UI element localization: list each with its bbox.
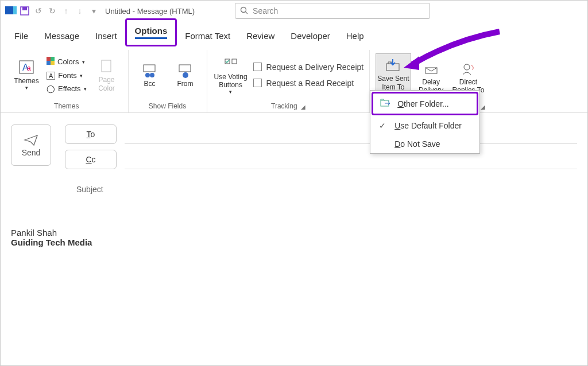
dropdown-other-folder[interactable]: OOther Folder...ther Folder... <box>372 92 478 115</box>
from-button[interactable]: From <box>170 59 201 90</box>
svg-rect-2 <box>13 10 17 14</box>
dropdown-use-default[interactable]: ✓ Use Default Folder <box>370 116 479 135</box>
svg-rect-15 <box>144 65 155 72</box>
delivery-receipt-checkbox[interactable]: Request a Delivery Receipt <box>253 60 364 74</box>
group-label-tracking: Tracking <box>271 100 297 112</box>
svg-rect-13 <box>51 61 55 65</box>
group-show-fields: Bcc From Show Fields <box>129 50 207 112</box>
save-sent-icon <box>384 56 403 75</box>
svg-line-6 <box>246 11 248 14</box>
to-button[interactable]: To <box>65 124 117 144</box>
group-label-themes: Themes <box>54 100 79 112</box>
tab-help[interactable]: Help <box>338 25 372 46</box>
save-icon[interactable] <box>18 4 32 18</box>
svg-point-16 <box>145 73 150 77</box>
from-icon <box>176 61 195 80</box>
signature-name: Pankil Shah <box>11 228 577 237</box>
tab-file[interactable]: File <box>6 25 36 46</box>
outlook-logo-icon <box>4 4 18 18</box>
signature-org: Guiding Tech Media <box>11 237 577 247</box>
page-color-button[interactable]: Page Color <box>91 55 122 95</box>
undo-icon[interactable]: ↺ <box>32 4 45 18</box>
group-themes: Aa Themes ▾ Colors▾ A Fonts▾ ◯ Effects▾ <box>5 50 129 112</box>
voting-icon <box>222 54 240 73</box>
svg-rect-21 <box>232 59 237 64</box>
themes-icon: Aa <box>17 59 36 77</box>
subject-label: Subject <box>76 185 103 194</box>
to-input[interactable] <box>125 124 577 144</box>
tab-insert[interactable]: Insert <box>87 25 125 46</box>
search-input[interactable]: Search <box>235 3 430 19</box>
redo-icon[interactable]: ↻ <box>45 4 59 18</box>
tab-options[interactable]: Options <box>125 18 177 46</box>
tab-message[interactable]: Message <box>36 25 87 46</box>
subject-input[interactable] <box>111 180 577 199</box>
group-more-options: Save Sent Item To ▾ Delay Delivery Direc… <box>370 50 491 112</box>
search-icon <box>240 6 248 16</box>
svg-point-5 <box>241 7 246 12</box>
delay-icon <box>422 60 440 78</box>
svg-point-24 <box>464 64 470 70</box>
folder-arrow-icon <box>380 98 390 109</box>
fonts-icon: A <box>47 72 55 80</box>
direct-replies-icon <box>459 60 477 78</box>
svg-rect-14 <box>102 60 111 72</box>
svg-point-17 <box>150 73 154 77</box>
svg-rect-10 <box>47 57 51 61</box>
fonts-button[interactable]: A Fonts▾ <box>47 70 87 81</box>
effects-button[interactable]: ◯ Effects▾ <box>47 83 87 94</box>
message-body[interactable]: Pankil Shah Guiding Tech Media <box>11 228 577 247</box>
svg-rect-12 <box>47 61 51 65</box>
svg-rect-0 <box>5 6 13 14</box>
qat-customize-icon[interactable]: ▾ <box>87 4 100 18</box>
svg-rect-18 <box>179 65 191 72</box>
bcc-button[interactable]: Bcc <box>134 59 165 90</box>
tab-developer[interactable]: Developer <box>283 25 338 46</box>
svg-text:a: a <box>27 64 31 72</box>
cc-button[interactable]: Cc <box>65 150 117 169</box>
down-arrow-icon[interactable]: ↓ <box>73 4 87 18</box>
tab-review[interactable]: Review <box>238 25 283 46</box>
save-sent-item-dropdown: OOther Folder...ther Folder... ✓ Use Def… <box>370 90 480 154</box>
bcc-icon <box>141 61 159 80</box>
checkbox-icon <box>253 63 262 71</box>
cc-input[interactable] <box>125 150 577 169</box>
svg-point-19 <box>183 72 188 78</box>
window-title: Untitled - Message (HTML) <box>105 7 195 15</box>
use-voting-button[interactable]: Use Voting Buttons ▾ <box>213 52 249 98</box>
checkbox-icon <box>253 79 262 87</box>
send-button[interactable]: Send <box>11 124 51 166</box>
tab-format-text[interactable]: Format Text <box>177 25 238 46</box>
colors-icon <box>47 57 55 67</box>
dropdown-do-not-save[interactable]: Do Not Save <box>370 135 479 153</box>
page-color-icon <box>98 57 116 76</box>
search-placeholder: Search <box>253 6 278 15</box>
read-receipt-checkbox[interactable]: Request a Read Receipt <box>253 76 364 90</box>
svg-rect-4 <box>22 7 27 10</box>
tracking-launcher-icon[interactable]: ◢ <box>301 104 305 110</box>
svg-rect-11 <box>51 57 55 61</box>
themes-button[interactable]: Aa Themes ▾ <box>11 56 42 94</box>
group-label-showfields: Show Fields <box>149 100 186 112</box>
svg-rect-1 <box>13 6 17 10</box>
up-arrow-icon[interactable]: ↑ <box>59 4 73 18</box>
more-options-launcher-icon[interactable]: ◢ <box>481 104 485 110</box>
send-icon <box>24 134 38 148</box>
effects-icon: ◯ <box>47 84 55 93</box>
check-icon: ✓ <box>377 121 388 130</box>
group-tracking: Use Voting Buttons ▾ Request a Delivery … <box>207 50 370 112</box>
colors-button[interactable]: Colors▾ <box>47 56 87 68</box>
themes-label: Themes <box>14 77 38 85</box>
